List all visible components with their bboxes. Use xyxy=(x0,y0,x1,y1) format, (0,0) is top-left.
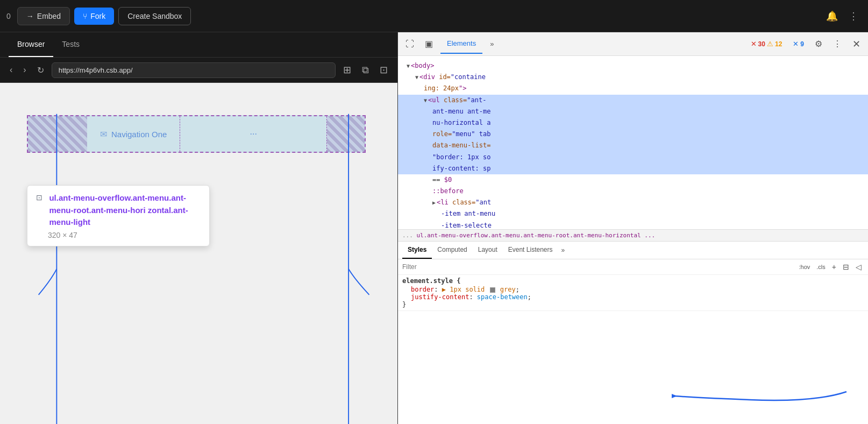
url-bar[interactable] xyxy=(52,62,336,78)
dom-tree: ▼<body> ▼<div id="containe ing: 24px"> ▼… xyxy=(398,56,868,229)
tab-tests[interactable]: Tests xyxy=(53,32,88,57)
fork-icon: ⑂ xyxy=(83,12,87,20)
styles-prop-border: border xyxy=(402,286,434,293)
warning-count: 12 xyxy=(775,40,782,48)
dom-triangle: ▼ xyxy=(415,74,418,80)
create-sandbox-button[interactable]: Create Sandbox xyxy=(118,7,191,25)
embed-button[interactable]: → Embed xyxy=(17,7,70,25)
grid-icon-button[interactable]: ⊞ xyxy=(340,62,354,78)
styles-selector-element: element.style { xyxy=(402,277,864,285)
styles-filter-input[interactable] xyxy=(402,263,795,271)
sub-tab-more[interactable]: » xyxy=(558,244,568,256)
styles-closing-brace: } xyxy=(402,301,864,308)
warning-icon: ⚠ xyxy=(767,40,773,48)
info-icon: ✕ xyxy=(793,40,799,48)
dom-line-ul-5: "border: 1px so xyxy=(398,152,868,163)
menu-item-label: Navigation One xyxy=(111,130,167,139)
dom-line-ul-2: nu-horizontal a xyxy=(398,117,868,129)
ellipsis-icon: ··· xyxy=(250,129,257,139)
filter-collapse-button[interactable]: ◁ xyxy=(853,262,864,272)
menu-ellipsis: ··· xyxy=(180,116,327,152)
element-tooltip: ⊡ ul.ant-menu-overflow.ant-menu.ant-menu… xyxy=(27,185,210,246)
more-options-button[interactable]: ⋮ xyxy=(845,7,862,25)
styles-property-border: border: ▶ 1px solid grey; xyxy=(402,286,864,293)
dom-line-li-1: -item ant-menu xyxy=(398,208,868,220)
devtools-tab-elements[interactable]: Elements xyxy=(440,34,482,54)
tooltip-dimensions: 320 × 47 xyxy=(48,231,201,239)
left-panel: Browser Tests ‹ › ↻ ⊞ ⧉ ⊡ xyxy=(0,32,398,424)
filter-cls-button[interactable]: .cls xyxy=(814,263,828,271)
toolbar-counter: 0 xyxy=(6,12,11,20)
devtools-settings-button[interactable]: ⚙ xyxy=(812,37,826,51)
preview-area: ✉ Navigation One ··· ⊡ ul.ant-menu-overf… xyxy=(0,83,397,424)
tooltip-selector: ul.ant-menu-overflow.ant-menu.ant-menu-r… xyxy=(49,192,200,229)
dom-line-ul-6: ify-content: sp xyxy=(398,163,868,174)
styles-val-border-grey: grey xyxy=(496,286,516,293)
selected-element: ✉ Navigation One ··· xyxy=(27,115,366,153)
inspect-element-button[interactable]: ⛶ xyxy=(402,37,417,51)
embed-label: Embed xyxy=(37,12,61,20)
dom-line-ul-3: role="menu" tab xyxy=(398,129,868,140)
styles-panel: :hov .cls + ⊟ ◁ element.style { border: … xyxy=(398,259,868,424)
fork-label: Fork xyxy=(90,12,105,20)
fork-button[interactable]: ⑂ Fork xyxy=(74,8,114,25)
devtools-panel: ⛶ ▣ Elements » ✕ 30 ⚠ 12 ✕ 9 ⚙ ⋮ ✕ xyxy=(398,32,868,424)
envelope-icon: ✉ xyxy=(100,129,107,139)
tooltip-icon: ⊡ xyxy=(36,193,42,202)
selector-bar: ... ul.ant-menu-overflow.ant-menu.ant-me… xyxy=(398,229,868,242)
dom-triangle: ▼ xyxy=(407,63,410,69)
styles-val-border-1px: 1px solid xyxy=(450,286,488,293)
devtools-close-button[interactable]: ✕ xyxy=(849,36,864,52)
selected-element-container: ✉ Navigation One ··· ⊡ ul.ant-menu-overf… xyxy=(27,115,366,153)
notification-button[interactable]: 🔔 xyxy=(823,7,841,25)
refresh-button[interactable]: ↻ xyxy=(34,63,47,77)
forward-button[interactable]: › xyxy=(20,63,29,77)
styles-rule-element: element.style { border: ▶ 1px solid grey… xyxy=(398,275,868,311)
menu-item-navigation-one: ✉ Navigation One xyxy=(87,116,180,152)
selector-link[interactable]: ul.ant-menu-overflow.ant-menu.ant-menu-r… xyxy=(417,232,656,239)
main-layout: Browser Tests ‹ › ↻ ⊞ ⧉ ⊡ xyxy=(0,32,868,424)
embed-arrow-icon: → xyxy=(26,12,34,20)
dom-line-li[interactable]: ▶<li class="ant xyxy=(398,197,868,208)
selector-dots-left: ... xyxy=(402,232,417,239)
filter-toggle-button[interactable]: ⊟ xyxy=(841,262,851,272)
dom-triangle: ▶ xyxy=(432,200,436,206)
filter-add-button[interactable]: + xyxy=(830,262,838,272)
info-count: 9 xyxy=(800,40,804,48)
back-button[interactable]: ‹ xyxy=(6,63,16,77)
dom-line-ul-1: ant-menu ant-me xyxy=(398,106,868,117)
sub-tab-layout[interactable]: Layout xyxy=(473,242,503,259)
dom-line-li-2: -item-selecte xyxy=(398,220,868,229)
filter-hov-button[interactable]: :hov xyxy=(797,263,813,271)
sub-tab-styles[interactable]: Styles xyxy=(402,242,432,259)
styles-property-justify: justify-content: space-between; xyxy=(402,293,864,301)
sub-tab-computed[interactable]: Computed xyxy=(432,242,472,259)
devtools-more-options-button[interactable]: ⋮ xyxy=(830,37,845,51)
sandbox-label: Create Sandbox xyxy=(127,12,182,20)
dom-line-div[interactable]: ▼<div id="containe xyxy=(398,72,868,83)
sub-tabs: Styles Computed Layout Event Listeners » xyxy=(398,242,868,259)
info-badge[interactable]: ✕ 9 xyxy=(789,38,807,50)
dom-line-div-cont: ing: 24px"> xyxy=(398,83,868,94)
color-swatch-grey[interactable] xyxy=(490,287,495,293)
devtools-tab-more[interactable]: » xyxy=(487,38,497,50)
menu-right-overflow xyxy=(327,116,365,152)
browser-bar: ‹ › ↻ ⊞ ⧉ ⊡ xyxy=(0,58,397,83)
toolbar: 0 → Embed ⑂ Fork Create Sandbox 🔔 ⋮ xyxy=(0,0,868,32)
dom-line-before[interactable]: ::before xyxy=(398,186,868,197)
dom-line-body[interactable]: ▼<body> xyxy=(398,60,868,72)
filter-bar: :hov .cls + ⊟ ◁ xyxy=(398,259,868,275)
error-badge[interactable]: ✕ 30 ⚠ 12 xyxy=(748,38,786,50)
dom-line-ul-4: data-menu-list= xyxy=(398,140,868,151)
dom-line-dollar: == $0 xyxy=(398,174,868,186)
expand-button[interactable]: ⊡ xyxy=(376,62,391,78)
tab-browser[interactable]: Browser xyxy=(9,32,53,57)
device-toolbar-button[interactable]: ▣ xyxy=(422,37,436,51)
dom-triangle: ▼ xyxy=(424,97,427,103)
styles-prop-justify: justify-content xyxy=(402,293,469,301)
sub-tab-event-listeners[interactable]: Event Listeners xyxy=(503,242,558,259)
copy-button[interactable]: ⧉ xyxy=(359,62,372,78)
devtools-header: ⛶ ▣ Elements » ✕ 30 ⚠ 12 ✕ 9 ⚙ ⋮ ✕ xyxy=(398,32,868,56)
styles-val-justify: space-between xyxy=(477,293,528,301)
dom-line-ul-highlighted[interactable]: ▼<ul class="ant- xyxy=(398,95,868,106)
